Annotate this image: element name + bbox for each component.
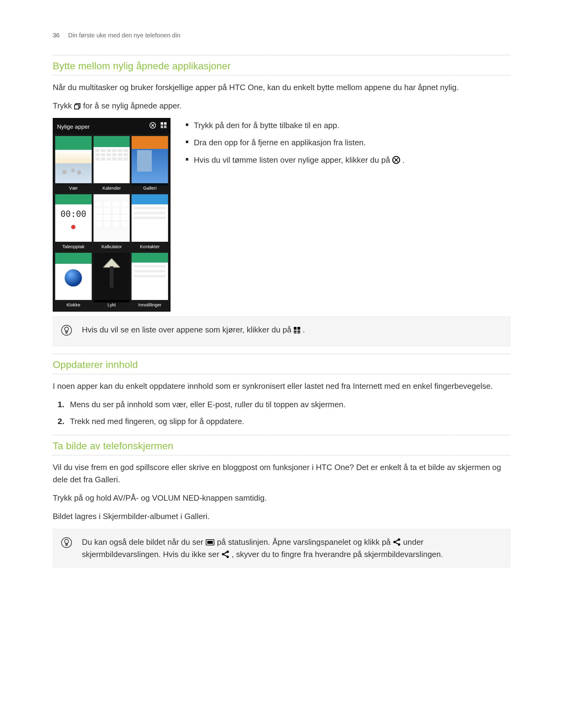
- list-item: Dra den opp for å fjerne en applikasjon …: [183, 136, 510, 149]
- section-title-screenshot: Ta bilde av telefonskjermen: [53, 438, 510, 454]
- page-number: 36: [53, 31, 59, 40]
- list-item: Trekk ned med fingeren, og slipp for å o…: [70, 415, 510, 427]
- rule: [53, 374, 510, 374]
- paragraph: Trykk for å se nylig åpnede apper.: [53, 100, 510, 112]
- share-icon: [221, 550, 229, 558]
- tip-bulb-icon: [61, 537, 72, 552]
- paragraph: Trykk på og hold AV/PÅ- og VOLUM NED-kna…: [53, 492, 510, 504]
- rule: [53, 455, 510, 456]
- phone-titlebar: Nylige apper: [53, 119, 170, 134]
- app-tile: Kalender: [93, 136, 130, 192]
- list-item: Hvis du vil tømme listen over nylige app…: [183, 154, 510, 166]
- phone-title: Nylige apper: [57, 122, 90, 131]
- screenshot-icon: [205, 539, 215, 546]
- running-header: 36 Din første uke med den nye telefonen …: [53, 31, 510, 40]
- app-tile: Innstillinger: [131, 253, 168, 309]
- list-item: Mens du ser på innhold som vær, eller E-…: [70, 398, 510, 411]
- paragraph: I noen apper kan du enkelt oppdatere inn…: [53, 380, 510, 392]
- section-title-update: Oppdaterer innhold: [53, 357, 510, 373]
- paragraph: Bildet lagres i Skjermbilder-albumet i G…: [53, 510, 510, 522]
- app-tile: Lykt: [93, 253, 130, 309]
- app-tile: Kontakter: [131, 194, 168, 251]
- app-tile: 00:00Taleopptak: [55, 194, 92, 251]
- paragraph: Vil du vise frem en god spillscore eller…: [53, 461, 510, 486]
- grid-view-icon: [161, 122, 167, 131]
- paragraph: Når du multitasker og bruker forskjellig…: [53, 81, 510, 93]
- rule: [53, 354, 510, 354]
- list-item: Trykk på den for å bytte tilbake til en …: [183, 119, 510, 131]
- share-icon: [393, 538, 401, 546]
- close-icon: [149, 122, 156, 132]
- app-tile: Kalkulator: [93, 194, 130, 251]
- tip-box: Hvis du vil se en liste over appene som …: [53, 317, 510, 346]
- app-tile: Klokke: [55, 253, 92, 309]
- app-tile: Vær: [55, 136, 92, 192]
- running-title: Din første uke med den nye telefonen din: [68, 31, 180, 40]
- app-tile: Galleri: [131, 136, 168, 192]
- rule: [53, 55, 510, 55]
- rule: [53, 75, 510, 76]
- rule: [53, 435, 510, 435]
- bullet-list: Trykk på den for å bytte tilbake til en …: [183, 119, 510, 166]
- page: 36 Din første uke med den nye telefonen …: [0, 0, 563, 728]
- section-title-recent-apps: Bytte mellom nylig åpnede applikasjoner: [53, 59, 510, 74]
- tip-text: Hvis du vil se en liste over appene som …: [82, 324, 502, 336]
- tip-box: Du kan også dele bildet når du ser på st…: [53, 529, 510, 568]
- tip-text: Du kan også dele bildet når du ser på st…: [82, 536, 502, 561]
- recent-apps-screenshot: Nylige apper Vær Kalender Galleri 00:00T…: [53, 118, 170, 312]
- tip-bulb-icon: [61, 325, 72, 339]
- close-circle-icon: [392, 156, 400, 164]
- grid-view-icon: [294, 327, 301, 334]
- recent-apps-icon: [74, 103, 81, 110]
- ordered-steps: Mens du ser på innhold som vær, eller E-…: [53, 398, 510, 427]
- figure-with-bullets: Nylige apper Vær Kalender Galleri 00:00T…: [53, 118, 510, 312]
